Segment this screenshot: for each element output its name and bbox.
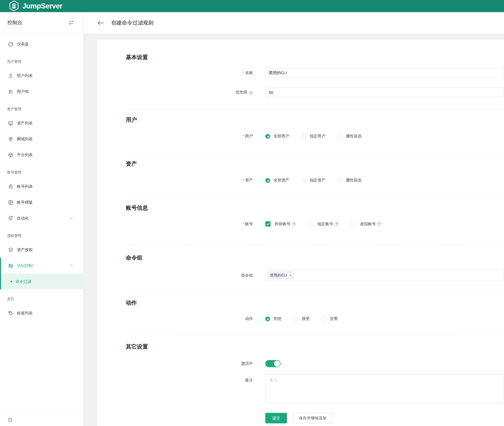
sidebar-item-label: 资产授权 <box>17 247 33 252</box>
command-group-label: 命令组 <box>97 273 253 278</box>
sidebar-item-label: 资产列表 <box>17 121 33 126</box>
sidebar-item-access-control[interactable]: 访问控制 <box>0 258 83 274</box>
section-divider <box>126 245 504 245</box>
help-icon[interactable]: ? <box>334 222 339 226</box>
sidebar-item-user-list[interactable]: 用户列表 <box>0 68 83 84</box>
sidebar-section-other: 其它 <box>0 289 83 305</box>
action-radio-row: 动作 拒绝 接受 告警 <box>97 316 504 321</box>
section-divider <box>126 152 504 152</box>
monitor-icon <box>8 121 13 126</box>
svg-text:A: A <box>10 217 12 219</box>
checkbox-virtual-accounts[interactable]: 虚拟账号 ? <box>351 221 381 227</box>
lock-icon <box>8 184 13 189</box>
section-heading-action: 动作 <box>126 300 504 306</box>
sidebar-item-tag-list[interactable]: 标签列表 <box>0 305 83 321</box>
user-icon <box>8 73 13 79</box>
radio-specified-assets[interactable]: 指定资产 <box>301 178 325 183</box>
remove-tag-icon[interactable]: × <box>289 273 291 277</box>
sidebar-item-dashboard[interactable]: 仪表盘 <box>0 36 83 52</box>
sidebar-item-label: 账号列表 <box>17 184 33 189</box>
jumpserver-logo-icon <box>9 0 19 12</box>
help-icon[interactable]: ? <box>292 222 296 226</box>
required-asterisk: * <box>242 70 244 75</box>
radio-specified-users[interactable]: 指定用户 <box>301 134 325 139</box>
submit-button[interactable]: 提交 <box>265 413 287 423</box>
chevron-down-icon[interactable] <box>69 216 74 220</box>
save-and-continue-button[interactable]: 保存并继续添加 <box>293 413 332 423</box>
comment-textarea[interactable] <box>265 374 504 403</box>
sidebar-item-asset-list[interactable]: 资产列表 <box>0 115 83 131</box>
name-input[interactable] <box>265 68 504 78</box>
radio-reject[interactable]: 拒绝 <box>265 316 281 321</box>
command-group-select[interactable]: 禁用的CLI × <box>265 270 504 281</box>
tag-icon <box>8 310 13 316</box>
sidebar-item-platform-list[interactable]: 平台列表 <box>0 147 83 163</box>
template-icon <box>8 200 13 205</box>
sidebar-item-label: 访问控制 <box>17 263 33 268</box>
comment-row: 备注 <box>97 374 504 403</box>
name-row: *名称 <box>97 68 504 78</box>
active-label: 激活中 <box>97 361 253 366</box>
sidebar-item-asset-perm[interactable]: 资产授权 <box>0 242 83 258</box>
help-icon[interactable]: ? <box>249 91 253 95</box>
radio-warning[interactable]: 告警 <box>322 316 338 321</box>
cube-icon <box>8 152 13 158</box>
back-arrow-icon[interactable] <box>97 20 104 26</box>
radio-icon <box>294 317 298 321</box>
switch-view-icon[interactable] <box>68 20 74 26</box>
sidebar: 控制台 仪表盘 用户管理 用户列表 <box>0 12 83 426</box>
shield-check-icon <box>8 247 13 253</box>
sidebar-item-automation[interactable]: A 自动化 <box>0 210 83 226</box>
automation-icon: A <box>8 216 13 221</box>
checkbox-icon <box>308 221 313 227</box>
sidebar-item-label: 账号模版 <box>17 200 33 205</box>
sidebar-subitem-command-filter[interactable]: 命令过滤 <box>0 274 83 289</box>
command-group-row: 命令组 禁用的CLI × <box>97 270 504 281</box>
chevron-up-icon[interactable] <box>69 264 74 268</box>
sidebar-header: 控制台 <box>0 12 83 33</box>
sidebar-item-label: 用户列表 <box>17 73 33 78</box>
sidebar-section-user-mgmt: 用户管理 <box>0 52 83 68</box>
radio-icon <box>338 134 342 139</box>
section-heading-command-group: 命令组 <box>126 255 504 261</box>
user-radio-row: *用户 全部用户 指定用户 属性筛选 <box>97 134 504 139</box>
radio-icon <box>265 134 270 139</box>
radio-icon <box>265 178 270 183</box>
radio-all-users[interactable]: 全部用户 <box>265 134 289 139</box>
radio-accept[interactable]: 接受 <box>294 316 310 321</box>
sidebar-item-account-template[interactable]: 账号模版 <box>0 194 83 210</box>
priority-label: 优先级? <box>97 90 253 95</box>
action-label: 动作 <box>97 316 253 321</box>
radio-icon <box>338 178 342 183</box>
asset-label: *资产 <box>97 178 253 183</box>
sidebar-item-domain-list[interactable]: 网域列表 <box>0 131 83 147</box>
checkbox-icon <box>351 221 356 227</box>
help-icon[interactable]: ? <box>377 222 381 226</box>
main-area: 创建命令过滤规则 基本设置 *名称 优先级? <box>84 12 504 426</box>
sidebar-section-asset-mgmt: 资产管理 <box>0 99 83 115</box>
selected-tag: 禁用的CLI × <box>267 271 294 280</box>
sidebar-item-account-list[interactable]: 账号列表 <box>0 179 83 194</box>
gauge-icon <box>8 41 13 47</box>
radio-icon <box>265 317 270 321</box>
account-label: *账号 <box>97 222 253 227</box>
sidebar-footer <box>0 413 83 426</box>
page-header: 创建命令过滤规则 <box>84 12 504 33</box>
radio-icon <box>301 178 306 183</box>
active-toggle[interactable] <box>265 360 281 367</box>
asset-radio-row: *资产 全部资产 指定资产 属性筛选 <box>97 178 504 183</box>
account-checkbox-row: *账号 所有账号 ? 指定账号 ? 虚拟账号 <box>97 221 504 227</box>
radio-icon <box>301 134 306 139</box>
sidebar-item-label: 平台列表 <box>17 152 33 157</box>
name-label: *名称 <box>97 70 253 75</box>
radio-attr-filter-users[interactable]: 属性筛选 <box>338 134 362 139</box>
checkbox-all-accounts[interactable]: 所有账号 ? <box>265 221 296 227</box>
sidebar-item-user-group[interactable]: 用户组 <box>0 84 83 99</box>
radio-attr-filter-assets[interactable]: 属性筛选 <box>338 178 362 183</box>
checkbox-specified-accounts[interactable]: 指定账号 ? <box>308 221 339 227</box>
radio-all-assets[interactable]: 全部资产 <box>265 178 289 183</box>
priority-input[interactable] <box>265 88 504 97</box>
collapse-sidebar-icon[interactable] <box>7 417 13 423</box>
section-heading-basic: 基本设置 <box>126 54 504 60</box>
section-divider <box>126 334 504 335</box>
